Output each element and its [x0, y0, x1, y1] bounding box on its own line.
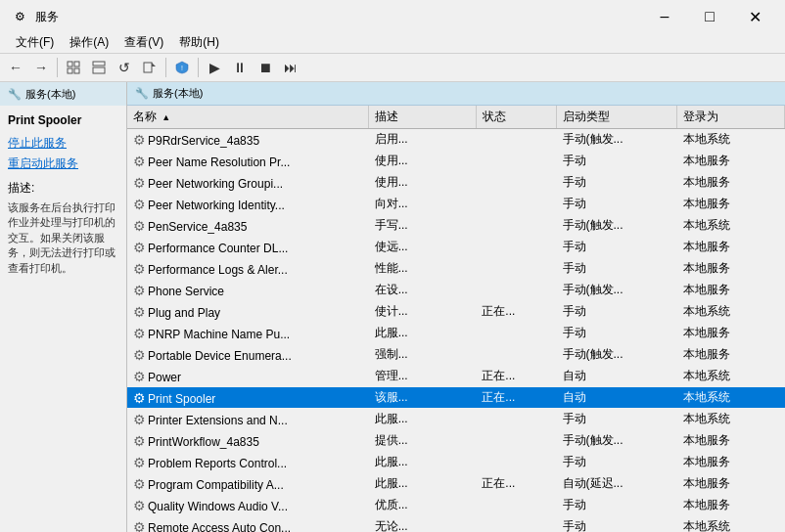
sort-arrow-name: ▲ [162, 112, 170, 122]
service-start-cell: 手动 [557, 323, 677, 344]
right-panel-icon: 🔧 [135, 87, 149, 100]
service-name-text: Printer Extensions and N... [148, 414, 288, 427]
right-panel-header: 🔧 服务(本地) [127, 82, 785, 106]
restart-service-link[interactable]: 重启动此服务 [8, 155, 118, 172]
gear-icon: ⚙ [133, 412, 146, 427]
service-name-cell: ⚙Program Compatibility A... [127, 473, 369, 495]
service-desc-cell: 强制... [369, 344, 477, 366]
service-name-text: PrintWorkflow_4a835 [148, 435, 259, 449]
service-name-cell: ⚙Peer Networking Groupi... [127, 172, 369, 194]
service-name-text: Peer Networking Groupi... [148, 177, 283, 191]
service-desc-cell: 提供... [369, 430, 477, 452]
show-hide-button[interactable] [87, 57, 111, 78]
table-row[interactable]: ⚙Quality Windows Audio V...优质...手动本地服务 [127, 495, 785, 516]
col-header-status[interactable]: 状态 [476, 106, 556, 129]
export-button[interactable] [138, 57, 162, 78]
gear-icon: ⚙ [133, 433, 146, 449]
table-row[interactable]: ⚙Remote Access Auto Con...无论...手动本地系统 [127, 516, 785, 533]
service-name-cell: ⚙PrintWorkflow_4a835 [127, 430, 369, 452]
service-name-cell: ⚙Printer Extensions and N... [127, 409, 369, 430]
left-panel-header: 🔧 服务(本地) [0, 82, 126, 106]
table-row[interactable]: ⚙P9RdrService_4a835启用...手动(触发...本地系统 [127, 129, 785, 151]
forward-button[interactable]: → [29, 57, 53, 78]
restart-button[interactable]: ⏭ [279, 57, 302, 78]
selected-service-name: Print Spooler [8, 113, 118, 127]
col-header-name[interactable]: 名称 ▲ [127, 106, 369, 129]
table-row[interactable]: ⚙Plug and Play使计...正在...手动本地系统 [127, 301, 785, 323]
table-row[interactable]: ⚙PenService_4a835手写...手动(触发...本地系统 [127, 215, 785, 237]
service-start-cell: 手动(触发... [557, 215, 677, 237]
table-row[interactable]: ⚙Printer Extensions and N...此服...手动本地系统 [127, 409, 785, 430]
svg-rect-3 [74, 68, 79, 73]
table-row[interactable]: ⚙Power管理...正在...自动本地系统 [127, 366, 785, 387]
refresh-button[interactable]: ↺ [113, 57, 136, 78]
maximize-button[interactable]: □ [687, 4, 732, 29]
minimize-button[interactable]: – [642, 4, 687, 29]
gear-icon: ⚙ [133, 390, 146, 406]
pause-button[interactable]: ⏸ [228, 57, 252, 78]
service-start-cell: 自动(延迟... [557, 473, 677, 495]
gear-icon: ⚙ [133, 326, 146, 341]
service-name-cell: ⚙Peer Name Resolution Pr... [127, 151, 369, 172]
table-row[interactable]: ⚙Portable Device Enumera...强制...手动(触发...… [127, 344, 785, 366]
app-icon: ⚙ [12, 9, 27, 24]
col-header-start[interactable]: 启动类型 [557, 106, 677, 129]
stop-button[interactable]: ⏹ [254, 57, 277, 78]
service-desc-cell: 性能... [369, 258, 477, 280]
stop-service-link[interactable]: 停止此服务 [8, 135, 118, 152]
gear-icon: ⚙ [133, 283, 146, 298]
menu-help[interactable]: 帮助(H) [171, 32, 227, 53]
table-row[interactable]: ⚙Peer Name Resolution Pr...使用...手动本地服务 [127, 151, 785, 172]
services-table-container[interactable]: 名称 ▲ 描述 状态 启动类型 登录为 ⚙P9RdrService_4a835启… [127, 106, 785, 532]
service-status-cell [476, 151, 556, 172]
table-row[interactable]: ⚙Problem Reports Control...此服...手动本地服务 [127, 452, 785, 473]
table-row[interactable]: ⚙PrintWorkflow_4a835提供...手动(触发...本地服务 [127, 430, 785, 452]
service-login-cell: 本地服务 [677, 495, 785, 516]
menu-action[interactable]: 操作(A) [62, 32, 116, 53]
table-row[interactable]: ⚙Program Compatibility A...此服...正在...自动(… [127, 473, 785, 495]
services-list: ⚙P9RdrService_4a835启用...手动(触发...本地系统⚙Pee… [127, 129, 785, 533]
service-status-cell: 正在... [476, 301, 556, 323]
service-login-cell: 本地服务 [677, 151, 785, 172]
close-button[interactable]: ✕ [732, 4, 777, 29]
table-row[interactable]: ⚙Phone Service在设...手动(触发...本地服务 [127, 280, 785, 301]
table-row[interactable]: ⚙Print Spooler该服...正在...自动本地系统 [127, 387, 785, 409]
table-row[interactable]: ⚙Peer Networking Groupi...使用...手动本地服务 [127, 172, 785, 194]
gear-icon: ⚙ [133, 218, 146, 234]
service-status-cell [476, 129, 556, 151]
table-row[interactable]: ⚙PNRP Machine Name Pu...此服...手动本地服务 [127, 323, 785, 344]
service-desc-cell: 使计... [369, 301, 477, 323]
table-row[interactable]: ⚙Peer Networking Identity...向对...手动本地服务 [127, 194, 785, 215]
col-header-login[interactable]: 登录为 [677, 106, 785, 129]
table-row[interactable]: ⚙Performance Logs & Aler...性能...手动本地服务 [127, 258, 785, 280]
table-header: 名称 ▲ 描述 状态 启动类型 登录为 [127, 106, 785, 129]
service-name-cell: ⚙Power [127, 366, 369, 387]
service-start-cell: 手动 [557, 409, 677, 430]
gear-icon: ⚙ [133, 519, 146, 533]
service-status-cell [476, 258, 556, 280]
service-login-cell: 本地服务 [677, 237, 785, 258]
shield-button[interactable]: ! [170, 57, 194, 78]
service-start-cell: 手动 [557, 301, 677, 323]
menu-view[interactable]: 查看(V) [116, 32, 171, 53]
up-button[interactable] [62, 57, 85, 78]
svg-rect-1 [74, 62, 79, 66]
service-desc-cell: 无论... [369, 516, 477, 533]
service-start-cell: 手动(触发... [557, 430, 677, 452]
service-name-cell: ⚙Portable Device Enumera... [127, 344, 369, 366]
service-desc-cell: 此服... [369, 473, 477, 495]
service-desc-cell: 优质... [369, 495, 477, 516]
play-button[interactable]: ▶ [203, 57, 226, 78]
menu-file[interactable]: 文件(F) [8, 32, 62, 53]
services-table: 名称 ▲ 描述 状态 启动类型 登录为 ⚙P9RdrService_4a835启… [127, 106, 785, 532]
left-panel-icon: 🔧 [8, 88, 22, 101]
back-button[interactable]: ← [4, 57, 27, 78]
service-desc-cell: 在设... [369, 280, 477, 301]
service-start-cell: 自动 [557, 366, 677, 387]
service-login-cell: 本地服务 [677, 344, 785, 366]
service-name-cell: ⚙Plug and Play [127, 301, 369, 323]
col-header-desc[interactable]: 描述 [369, 106, 477, 129]
table-row[interactable]: ⚙Performance Counter DL...使远...手动本地服务 [127, 237, 785, 258]
gear-icon: ⚙ [133, 132, 146, 148]
service-start-cell: 手动 [557, 516, 677, 533]
